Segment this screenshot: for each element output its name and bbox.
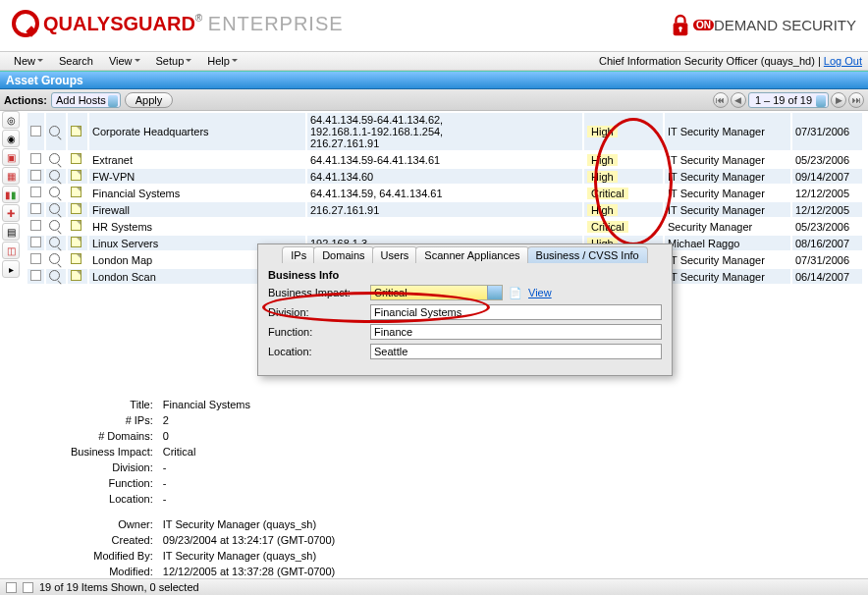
search-icon[interactable] — [49, 237, 60, 247]
cell-date: 07/31/2006 — [792, 252, 862, 267]
cell-owner: IT Security Manager — [665, 113, 790, 150]
search-icon[interactable] — [49, 220, 60, 231]
table-row[interactable]: Financial Systems64.41.134.59, 64.41.134… — [27, 186, 862, 200]
status-checkbox[interactable] — [6, 582, 17, 593]
cell-owner: Michael Raggo — [665, 236, 790, 250]
doc-icon[interactable] — [71, 220, 81, 231]
pager-first-icon[interactable]: ⏮ — [713, 92, 729, 108]
doc-icon[interactable] — [71, 170, 81, 181]
status-checkbox2[interactable] — [23, 582, 33, 593]
pager-last-icon[interactable]: ⏭ — [848, 92, 864, 108]
cell-name: FW-VPN — [89, 169, 305, 184]
detail-function: - — [159, 476, 340, 490]
cell-impact: High — [584, 113, 663, 150]
tab-ips[interactable]: IPs — [282, 246, 315, 263]
table-row[interactable]: FW-VPN64.41.134.60HighIT Security Manage… — [27, 169, 862, 184]
division-input[interactable] — [370, 304, 662, 320]
pager: ⏮ ◀ 1 – 19 of 19 ▶ ⏭ — [713, 92, 864, 108]
cell-date: 12/12/2005 — [792, 202, 862, 217]
sb-calendar-icon[interactable]: ▦ — [2, 167, 20, 185]
menu-setup[interactable]: Setup — [148, 55, 200, 67]
cell-owner: IT Security Manager — [665, 252, 790, 267]
cell-name: Financial Systems — [89, 186, 305, 200]
view-link[interactable]: View — [528, 287, 552, 298]
actions-select[interactable]: Add Hosts — [51, 92, 121, 108]
detail-title: Financial Systems — [159, 398, 340, 411]
function-input[interactable] — [370, 324, 662, 340]
search-icon[interactable] — [49, 153, 60, 164]
pager-prev-icon[interactable]: ◀ — [731, 92, 746, 108]
lbl-division: Division: — [268, 306, 364, 318]
table-row[interactable]: HR SystemsCriticalSecurity Manager05/23/… — [27, 219, 862, 234]
sb-plus-icon[interactable]: ✚ — [2, 204, 20, 222]
cell-date: 09/14/2007 — [792, 169, 862, 184]
cell-ips — [307, 219, 582, 234]
sb-target-icon[interactable]: ◎ — [2, 111, 20, 129]
search-icon[interactable] — [49, 270, 60, 281]
search-icon[interactable] — [49, 126, 60, 136]
logout-link[interactable]: Log Out — [824, 55, 862, 67]
cell-owner: IT Security Manager — [665, 186, 790, 200]
popup-tabs: IPs Domains Users Scanner Appliances Bus… — [258, 244, 672, 263]
search-icon[interactable] — [49, 170, 60, 181]
menu-view[interactable]: View — [101, 55, 148, 67]
tab-users[interactable]: Users — [372, 246, 418, 263]
popup-heading: Business Info — [268, 269, 662, 281]
doc-icon[interactable] — [71, 126, 81, 136]
sb-group-icon[interactable]: ◫ — [2, 242, 20, 259]
search-icon[interactable] — [49, 187, 60, 197]
row-checkbox[interactable] — [30, 153, 41, 164]
row-checkbox[interactable] — [30, 126, 41, 136]
location-input[interactable] — [370, 344, 662, 359]
row-checkbox[interactable] — [30, 203, 41, 214]
sb-expand-icon[interactable]: ▸ — [2, 260, 20, 278]
row-checkbox[interactable] — [30, 270, 41, 281]
table-row[interactable]: Extranet64.41.134.59-64.41.134.61HighIT … — [27, 152, 862, 167]
row-checkbox[interactable] — [30, 253, 41, 264]
doc-icon[interactable] — [71, 237, 81, 247]
search-icon[interactable] — [49, 203, 60, 214]
lbl-location: Location: — [268, 346, 364, 357]
doc-icon[interactable] — [71, 203, 81, 214]
doc-icon[interactable] — [71, 153, 81, 164]
status-text: 19 of 19 Items Shown, 0 selected — [39, 581, 199, 593]
lock-icon — [670, 14, 691, 35]
doc-icon[interactable] — [71, 187, 81, 197]
user-info: Chief Information Security Officer (quay… — [599, 55, 862, 67]
row-checkbox[interactable] — [30, 187, 41, 197]
cell-impact: High — [584, 152, 663, 167]
row-checkbox[interactable] — [30, 220, 41, 231]
detail-created: 09/23/2004 at 13:24:17 (GMT-0700) — [159, 533, 340, 547]
doc-icon[interactable] — [71, 270, 81, 281]
search-icon[interactable] — [49, 253, 60, 264]
sb-host-icon[interactable]: ▤ — [2, 223, 20, 241]
toolbar: Actions: Add Hosts Apply ⏮ ◀ 1 – 19 of 1… — [0, 89, 868, 111]
table-row[interactable]: Corporate Headquarters64.41.134.59-64.41… — [27, 113, 862, 150]
menu-new[interactable]: New — [6, 55, 51, 67]
pager-range[interactable]: 1 – 19 of 19 — [748, 92, 829, 108]
cell-date: 12/12/2005 — [792, 186, 862, 200]
doc-icon[interactable] — [71, 253, 81, 264]
header: QUALYSGUARD® ENTERPRISE ONDEMAND SECURIT… — [0, 0, 868, 51]
row-checkbox[interactable] — [30, 170, 41, 181]
tab-business[interactable]: Business / CVSS Info — [527, 246, 648, 263]
menu-search[interactable]: Search — [51, 55, 101, 67]
apply-button[interactable]: Apply — [125, 92, 174, 108]
cell-date: 07/31/2006 — [792, 113, 862, 150]
detail-division: - — [159, 460, 340, 474]
tab-domains[interactable]: Domains — [313, 246, 373, 263]
sb-tag-icon[interactable]: ▣ — [2, 148, 20, 166]
cell-impact: High — [584, 169, 663, 184]
sb-globe-icon[interactable]: ◉ — [2, 130, 20, 147]
pager-next-icon[interactable]: ▶ — [831, 92, 846, 108]
menu-help[interactable]: Help — [199, 55, 245, 67]
svg-rect-2 — [679, 28, 681, 32]
row-checkbox[interactable] — [30, 237, 41, 247]
tab-scanners[interactable]: Scanner Appliances — [415, 246, 528, 263]
impact-select[interactable]: Critical — [370, 285, 503, 300]
sb-chart-icon[interactable]: ▮▮ — [2, 186, 20, 203]
cell-ips: 216.27.161.91 — [307, 202, 582, 217]
cell-date: 06/14/2007 — [792, 269, 862, 284]
table-row[interactable]: Firewall216.27.161.91HighIT Security Man… — [27, 202, 862, 217]
cell-impact: Critical — [584, 219, 663, 234]
